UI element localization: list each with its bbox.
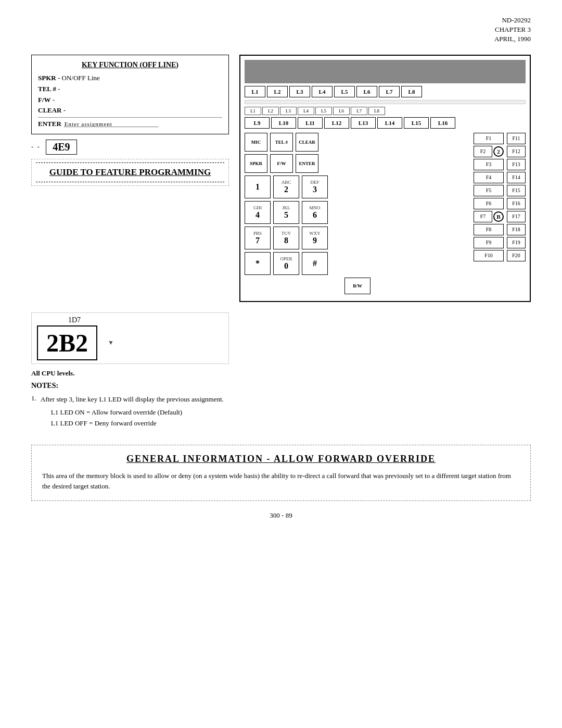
right-panel-phone: L1 L2 L3 L4 L5 L6 L7 L8 L1 L2 L3 L4 L5 L… — [239, 55, 531, 302]
key-0[interactable]: OPER 0 — [273, 252, 299, 275]
guide-title: GUIDE TO FEATURE PROGRAMMING — [36, 167, 224, 178]
1d7-row: 1D7 2B2 ▼ — [31, 312, 229, 364]
key-bw[interactable]: B/W — [344, 278, 371, 294]
page-number: 300 - 89 — [31, 511, 531, 520]
page: ND-20292 CHAPTER 3 APRIL, 1990 KEY FUNCT… — [0, 0, 562, 728]
lkey-L8[interactable]: L8 — [401, 86, 422, 97]
key-F16[interactable]: F16 — [507, 198, 526, 209]
key-F3[interactable]: F3 — [474, 159, 504, 170]
key-fw[interactable]: F/W — [270, 154, 293, 173]
clear-item: CLEAR - — [38, 105, 222, 116]
key-F19[interactable]: F19 — [507, 237, 526, 248]
lkey-L16[interactable]: L16 — [430, 117, 455, 129]
key-F4[interactable]: F4 — [474, 172, 504, 183]
key-F2[interactable]: F2 — [474, 146, 492, 157]
small-text: ▼ — [108, 339, 114, 347]
key-9[interactable]: WXY 9 — [302, 227, 328, 249]
key-hash[interactable]: # — [302, 252, 328, 275]
bw-row: B/W — [245, 278, 470, 294]
l1-l8-row: L1 L2 L3 L4 L5 L6 L7 L8 — [245, 86, 526, 97]
key-enter[interactable]: ENTER — [296, 154, 318, 173]
lkey-L11[interactable]: L11 — [298, 117, 323, 129]
key-F15[interactable]: F15 — [507, 185, 526, 196]
lkey-L6[interactable]: L6 — [356, 86, 377, 97]
notes-section: NOTES: 1. After step 3, line key L1 LED … — [31, 382, 229, 429]
led-L6: L6 — [333, 107, 350, 115]
note-1-main: After step 3, line key L1 LED will displ… — [41, 395, 224, 403]
key-3[interactable]: DEF 3 — [302, 175, 328, 198]
big-number-2b2: 2B2 — [37, 325, 97, 360]
enter-item: ENTER Enter assignment — [38, 117, 222, 130]
key-1[interactable]: 1 — [245, 175, 271, 198]
lkey-L3[interactable]: L3 — [289, 86, 310, 97]
f11-f20-column: F11 F12 F13 F14 F15 F16 F17 F18 F19 F20 — [507, 133, 526, 297]
header-line3: APRIL, 1990 — [31, 34, 531, 44]
led-L5: L5 — [315, 107, 332, 115]
key-spkr[interactable]: SPKR — [245, 154, 267, 173]
all-cpu: All CPU levels. — [31, 369, 229, 378]
dark-banner — [245, 60, 526, 83]
key-F9[interactable]: F9 — [474, 237, 504, 248]
key-F20[interactable]: F20 — [507, 250, 526, 261]
note-1: 1. After step 3, line key L1 LED will di… — [31, 394, 229, 429]
spacer-bar — [245, 100, 526, 104]
led-L1: L1 — [245, 107, 261, 115]
tel-key: TEL # — [38, 85, 56, 93]
key-F12[interactable]: F12 — [507, 146, 526, 157]
key-5[interactable]: JKL 5 — [273, 201, 299, 224]
key-F14[interactable]: F14 — [507, 172, 526, 183]
lkey-L5[interactable]: L5 — [334, 86, 355, 97]
key-clear[interactable]: CLEAR — [296, 133, 318, 152]
key-6[interactable]: MNO 6 — [302, 201, 328, 224]
keypad-left: MIC TEL # CLEAR SPKR — [245, 133, 470, 297]
second-left: 1D7 2B2 ▼ All CPU levels. NOTES: 1. Afte… — [31, 312, 229, 429]
l9-l16-row: L9 L10 L11 L12 L13 L14 L15 L16 — [245, 117, 526, 129]
lkey-L10[interactable]: L10 — [271, 117, 296, 129]
main-content: KEY FUNCTION (OFF LINE) SPKR - ON/OFF Li… — [31, 55, 531, 302]
lkey-L7[interactable]: L7 — [379, 86, 400, 97]
keypad-section: MIC TEL # CLEAR SPKR — [245, 133, 526, 297]
key-function-title: KEY FUNCTION (OFF LINE) — [38, 59, 222, 71]
guide-line-top — [36, 162, 224, 163]
display-1d7: 1D7 — [68, 316, 81, 324]
4e9-row: - - 4E9 — [31, 140, 229, 155]
key-F13[interactable]: F13 — [507, 159, 526, 170]
key-function-box: KEY FUNCTION (OFF LINE) SPKR - ON/OFF Li… — [31, 55, 229, 134]
bottom-title: GENERAL INFORMATION - ALLOW FORWARD OVER… — [42, 454, 520, 465]
key-F11[interactable]: F11 — [507, 133, 526, 144]
lkey-L1[interactable]: L1 — [245, 86, 265, 97]
lkey-L4[interactable]: L4 — [312, 86, 333, 97]
f2-with-badge: F2 2 — [474, 146, 504, 157]
key-F1[interactable]: F1 — [474, 133, 504, 144]
key-tel[interactable]: TEL # — [270, 133, 293, 152]
top-banner-row — [245, 60, 526, 83]
display-4e9: 4E9 — [46, 140, 77, 155]
spkr-key: SPKR — [38, 74, 56, 82]
key-star[interactable]: * — [245, 252, 271, 275]
key-7[interactable]: PRS 7 — [245, 227, 271, 249]
key-F8[interactable]: F8 — [474, 224, 504, 235]
key-8[interactable]: TUV 8 — [273, 227, 299, 249]
key-F6[interactable]: F6 — [474, 198, 504, 209]
lkey-L2[interactable]: L2 — [267, 86, 288, 97]
lkey-L9[interactable]: L9 — [245, 117, 270, 129]
key-4[interactable]: GHI 4 — [245, 201, 271, 224]
lkey-L14[interactable]: L14 — [377, 117, 402, 129]
key-F10[interactable]: F10 — [474, 250, 504, 261]
spkr-row: SPKR F/W ENTER — [245, 154, 470, 173]
key-F7[interactable]: F7 — [474, 211, 492, 222]
key-2[interactable]: ABC 2 — [273, 175, 299, 198]
lkey-L12[interactable]: L12 — [324, 117, 349, 129]
guide-line-bottom — [36, 182, 224, 182]
bottom-text: This area of the memory block is used to… — [42, 471, 520, 493]
big-num-row: 2B2 ▼ — [37, 325, 114, 360]
mic-row: MIC TEL # CLEAR — [245, 133, 470, 152]
fw-item: F/W - — [38, 95, 222, 106]
lkey-L15[interactable]: L15 — [404, 117, 429, 129]
dash-line-1: - - — [31, 143, 41, 151]
key-F5[interactable]: F5 — [474, 185, 504, 196]
key-F18[interactable]: F18 — [507, 224, 526, 235]
key-mic[interactable]: MIC — [245, 133, 267, 152]
key-F17[interactable]: F17 — [507, 211, 526, 222]
lkey-L13[interactable]: L13 — [351, 117, 376, 129]
